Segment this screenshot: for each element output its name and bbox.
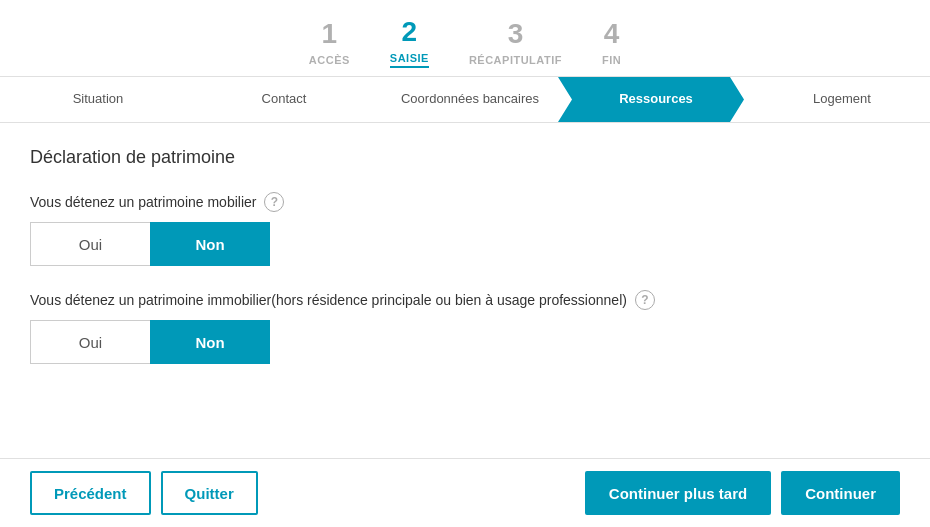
main-content: Déclaration de patrimoine Vous détenez u…: [0, 123, 930, 458]
breadcrumb-item-4[interactable]: Logement: [744, 77, 930, 122]
step-number: 3: [508, 18, 524, 50]
question-block-1: Vous détenez un patrimoine mobilier ? Ou…: [30, 192, 900, 266]
footer: Précédent Quitter Continuer plus tard Co…: [0, 458, 930, 527]
quitter-button[interactable]: Quitter: [161, 471, 258, 515]
steps-bar: 1 ACCÈS 2 SAISIE 3 RÉCAPITULATIF 4 FIN: [0, 0, 930, 77]
question-block-2: Vous détenez un patrimoine immobilier(ho…: [30, 290, 900, 364]
breadcrumb-item-0[interactable]: Situation: [0, 77, 186, 122]
continuer-button[interactable]: Continuer: [781, 471, 900, 515]
btn-non-2[interactable]: Non: [150, 320, 270, 364]
question-label-1: Vous détenez un patrimoine mobilier ?: [30, 192, 900, 212]
breadcrumb-item-2[interactable]: Coordonnées bancaires: [372, 77, 558, 122]
precedent-button[interactable]: Précédent: [30, 471, 151, 515]
question-text-1: Vous détenez un patrimoine mobilier: [30, 194, 256, 210]
breadcrumb-nav: SituationContactCoordonnées bancairesRes…: [0, 77, 930, 123]
breadcrumb-item-1[interactable]: Contact: [186, 77, 372, 122]
continuer-plus-tard-button[interactable]: Continuer plus tard: [585, 471, 771, 515]
step-label: FIN: [602, 54, 621, 66]
step-label: ACCÈS: [309, 54, 350, 66]
step-label: RÉCAPITULATIF: [469, 54, 562, 66]
help-icon-2[interactable]: ?: [635, 290, 655, 310]
section-title: Déclaration de patrimoine: [30, 147, 900, 168]
step-number: 1: [322, 18, 338, 50]
step-label: SAISIE: [390, 52, 429, 68]
footer-right: Continuer plus tard Continuer: [585, 471, 900, 515]
btn-non-1[interactable]: Non: [150, 222, 270, 266]
step-3: 3 RÉCAPITULATIF: [469, 18, 562, 66]
footer-left: Précédent Quitter: [30, 471, 575, 515]
button-group-1: Oui Non: [30, 222, 900, 266]
question-text-2: Vous détenez un patrimoine immobilier(ho…: [30, 292, 627, 308]
btn-oui-2[interactable]: Oui: [30, 320, 150, 364]
step-1: 1 ACCÈS: [309, 18, 350, 66]
breadcrumb-item-3[interactable]: Ressources: [558, 77, 744, 122]
step-number: 2: [402, 16, 418, 48]
step-4: 4 FIN: [602, 18, 621, 66]
help-icon-1[interactable]: ?: [264, 192, 284, 212]
question-label-2: Vous détenez un patrimoine immobilier(ho…: [30, 290, 900, 310]
button-group-2: Oui Non: [30, 320, 900, 364]
step-number: 4: [604, 18, 620, 50]
step-2: 2 SAISIE: [390, 16, 429, 68]
btn-oui-1[interactable]: Oui: [30, 222, 150, 266]
